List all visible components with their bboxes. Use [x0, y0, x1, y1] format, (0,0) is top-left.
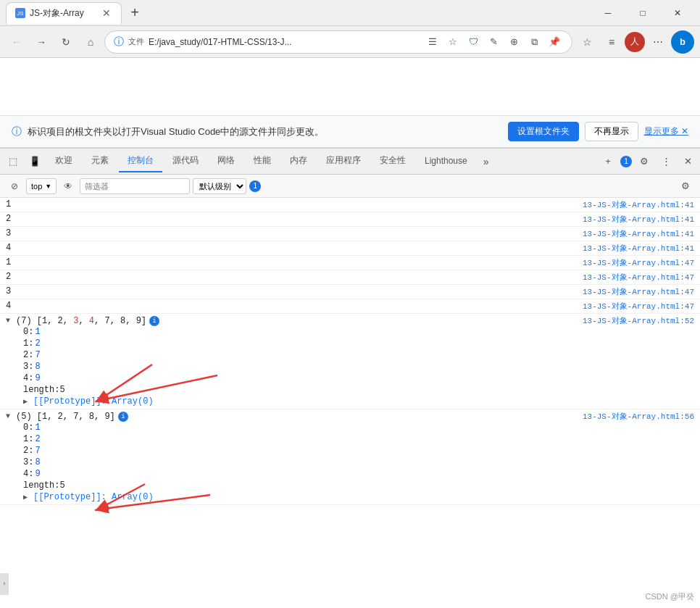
- tab-memory[interactable]: 内存: [281, 150, 316, 172]
- dismiss-button[interactable]: 不再显示: [585, 122, 638, 141]
- clear-console-button[interactable]: ⊘: [6, 178, 23, 195]
- read-mode-icon[interactable]: ☰: [424, 33, 441, 51]
- security-icon: ⓘ: [114, 36, 124, 49]
- tab-application[interactable]: 应用程序: [317, 150, 370, 172]
- console-row: 1 13-JS-对象-Array.html:47: [0, 256, 700, 270]
- tab-performance[interactable]: 性能: [245, 150, 280, 172]
- feedback-icon[interactable]: ⚙: [635, 152, 654, 171]
- obj1-prototype: ▶ [[Prototype]]: Array(0): [23, 396, 694, 407]
- tab-security[interactable]: 安全性: [371, 150, 414, 172]
- obj1-children: 0: 1 1: 2 2: 7 3: 8 4: 9: [6, 326, 694, 407]
- obj2-info-icon[interactable]: i: [118, 412, 128, 422]
- console-row: 4 13-JS-对象-Array.html:41: [0, 241, 700, 256]
- source-link[interactable]: 13-JS-对象-Array.html:41: [583, 214, 694, 225]
- back-button[interactable]: ←: [6, 31, 28, 53]
- console-value: 4: [6, 301, 20, 311]
- shield-icon[interactable]: 🛡: [464, 33, 482, 51]
- level-count-badge: 1: [249, 180, 261, 192]
- obj2-collapse-toggle[interactable]: ▼: [6, 412, 16, 420]
- source-link[interactable]: 13-JS-对象-Array.html:47: [583, 272, 694, 283]
- source-link[interactable]: 13-JS-对象-Array.html:47: [583, 301, 694, 312]
- tab-close-button[interactable]: ✕: [101, 7, 112, 19]
- console-toolbar: ⊘ top ▼ 👁 默认级别 1 ⚙: [0, 175, 700, 198]
- new-tab-button[interactable]: +: [125, 3, 145, 23]
- devtools-device-icon[interactable]: 📱: [25, 151, 45, 172]
- source-link[interactable]: 13-JS-对象-Array.html:41: [583, 199, 694, 210]
- console-value: 3: [6, 228, 20, 238]
- filter-input[interactable]: [80, 178, 190, 194]
- home-button[interactable]: ⌂: [80, 31, 101, 53]
- pen-icon[interactable]: ✎: [485, 33, 502, 51]
- console-value: 2: [6, 272, 20, 282]
- obj1-content: (7) [1, 2, 3, 4, 7, 8, 9]: [16, 316, 146, 326]
- toolbar-right: ☆ ≡ 人 ⋯ b: [575, 30, 694, 54]
- forward-button[interactable]: →: [30, 31, 52, 53]
- obj1-header[interactable]: ▼ (7) [1, 2, 3, 4, 7, 8, 9] i 13-JS-对象-A…: [6, 315, 694, 326]
- favorites-icon[interactable]: ☆: [444, 33, 462, 51]
- new-tab-devtools-button[interactable]: +: [599, 152, 617, 171]
- obj1-child-1: 1: 2: [23, 338, 694, 349]
- log-level-select[interactable]: 默认级别: [193, 178, 246, 194]
- filter-top-selector[interactable]: top ▼: [26, 178, 57, 194]
- obj2-child-4: 4: 9: [23, 468, 694, 480]
- console-value: 4: [6, 243, 20, 253]
- source-link[interactable]: 13-JS-对象-Array.html:41: [583, 243, 694, 254]
- info-bar: ⓘ 标识项目的根文件夹以打开Visual Studio Code中的源文件并同步…: [0, 116, 700, 148]
- obj2-child-3: 3: 8: [23, 457, 694, 468]
- tab-sources[interactable]: 源代码: [164, 150, 207, 172]
- obj1-info-icon[interactable]: i: [149, 316, 159, 326]
- obj1-collapse-toggle[interactable]: ▼: [6, 317, 16, 325]
- devtools-tabs-right: + 1 ⚙ ⋮ ✕: [599, 152, 697, 171]
- tab-elements[interactable]: 元素: [83, 150, 117, 172]
- source-link[interactable]: 13-JS-对象-Array.html:47: [583, 286, 694, 297]
- pin-icon[interactable]: 📌: [546, 33, 563, 51]
- tab-favicon: JS: [15, 8, 25, 18]
- console-row: 1 13-JS-对象-Array.html:41: [0, 198, 700, 212]
- obj2-child-0: 0: 1: [23, 422, 694, 433]
- collections-toolbar-icon[interactable]: ≡: [600, 30, 623, 54]
- close-devtools-button[interactable]: ✕: [678, 152, 697, 171]
- filter-toggle-button[interactable]: 👁: [59, 178, 77, 195]
- page-bottom-left-expand[interactable]: ›: [0, 573, 9, 595]
- close-button[interactable]: ✕: [661, 1, 694, 25]
- browser-titlebar: JS JS-对象-Array ✕ + ─ □ ✕: [0, 0, 700, 26]
- console-settings-button[interactable]: ⚙: [677, 178, 694, 195]
- devtools-panel: ⬚ 📱 欢迎 元素 控制台 源代码 网络 性能 内存 应用程序 安全性 Ligh…: [0, 148, 700, 608]
- more-tabs-button[interactable]: »: [478, 153, 495, 170]
- tab-network[interactable]: 网络: [209, 150, 243, 172]
- tab-title: JS-对象-Array: [30, 7, 84, 20]
- obj1-child-2: 2: 7: [23, 349, 694, 361]
- error-badge: 1: [620, 156, 632, 167]
- set-root-folder-button[interactable]: 设置根文件夹: [508, 122, 579, 141]
- favorites-toolbar-icon[interactable]: ☆: [575, 30, 599, 54]
- devtools-tabs: ⬚ 📱 欢迎 元素 控制台 源代码 网络 性能 内存 应用程序 安全性 Ligh…: [0, 149, 700, 175]
- bing-icon[interactable]: b: [671, 30, 694, 54]
- console-value: 2: [6, 214, 20, 224]
- profile-icon[interactable]: 人: [625, 32, 645, 52]
- obj1-source-link[interactable]: 13-JS-对象-Array.html:52: [583, 315, 694, 326]
- obj2-source-link[interactable]: 13-JS-对象-Array.html:56: [583, 411, 694, 422]
- obj1-length: length: 5: [23, 384, 694, 396]
- console-value: 1: [6, 257, 20, 267]
- tab-welcome[interactable]: 欢迎: [46, 150, 81, 172]
- tab-split-icon[interactable]: ⧉: [525, 33, 543, 51]
- browser-tab[interactable]: JS JS-对象-Array ✕: [6, 2, 122, 24]
- collections-icon[interactable]: ⊕: [505, 33, 522, 51]
- devtools-inspect-icon[interactable]: ⬚: [3, 151, 23, 172]
- minimize-button[interactable]: ─: [591, 1, 625, 25]
- obj1-child-4: 4: 9: [23, 372, 694, 384]
- obj2-children: 0: 1 1: 2 2: 7 3: 8 4: 9: [6, 422, 694, 503]
- settings-icon[interactable]: ⋯: [646, 30, 670, 54]
- address-bar[interactable]: ⓘ 文件 E:/java_study/017-HTML-CSS/13-J... …: [104, 30, 572, 54]
- source-link[interactable]: 13-JS-对象-Array.html:41: [583, 228, 694, 239]
- tab-lighthouse[interactable]: Lighthouse: [416, 151, 476, 172]
- source-link[interactable]: 13-JS-对象-Array.html:47: [583, 257, 694, 268]
- obj2-child-1: 1: 2: [23, 433, 694, 445]
- refresh-button[interactable]: ↻: [55, 31, 77, 53]
- maximize-button[interactable]: □: [626, 1, 659, 25]
- show-more-link[interactable]: 显示更多 ✕: [644, 125, 688, 138]
- obj2-header[interactable]: ▼ (5) [1, 2, 7, 8, 9] i 13-JS-对象-Array.h…: [6, 411, 694, 422]
- customize-icon[interactable]: ⋮: [657, 152, 675, 171]
- tab-console[interactable]: 控制台: [119, 150, 162, 172]
- filter-top-chevron: ▼: [45, 183, 51, 190]
